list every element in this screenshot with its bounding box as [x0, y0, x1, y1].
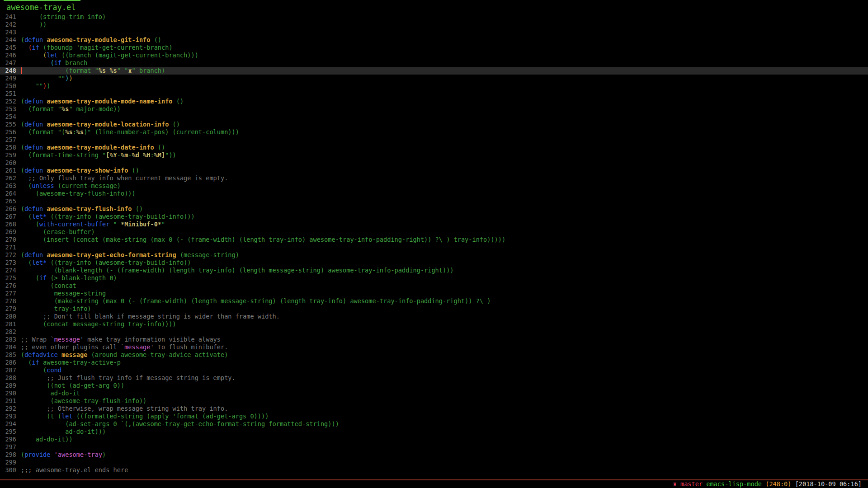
code-line[interactable]: 280 ;; Don't fill blank if message strin…: [0, 313, 868, 320]
line-number: 241: [0, 13, 16, 21]
editor-buffer[interactable]: 241 (string-trim info)242 ))243244(defun…: [0, 13, 868, 474]
code-text: ;; Only flush tray info when current mes…: [21, 174, 228, 182]
code-line[interactable]: 295 ad-do-it))): [0, 428, 868, 436]
code-line[interactable]: 258(defun awesome-tray-module-date-info …: [0, 144, 868, 151]
code-text: (defun awesome-tray-get-echo-format-stri…: [21, 251, 239, 259]
line-number: 296: [0, 436, 16, 443]
code-line[interactable]: 265: [0, 197, 868, 205]
line-number: 256: [0, 128, 16, 136]
code-line[interactable]: 299: [0, 459, 868, 466]
code-line[interactable]: 284;; even other plugins call `message' …: [0, 343, 868, 351]
code-line[interactable]: 272(defun awesome-tray-get-echo-format-s…: [0, 251, 868, 259]
buffer-tab[interactable]: awesome-tray.el: [4, 0, 80, 12]
code-line[interactable]: 294 (ad-set-args 0 `(,(awesome-tray-get-…: [0, 420, 868, 428]
line-number: 299: [0, 459, 16, 466]
tab-bar: awesome-tray.el: [0, 0, 868, 13]
code-text: tray-info): [21, 305, 91, 313]
code-line[interactable]: 244(defun awesome-tray-module-git-info (…: [0, 36, 868, 44]
code-line[interactable]: 245 (if (fboundp 'magit-get-current-bran…: [0, 44, 868, 52]
code-line[interactable]: 241 (string-trim info): [0, 13, 868, 21]
code-line[interactable]: 279 tray-info): [0, 305, 868, 313]
line-number: 282: [0, 328, 16, 336]
code-line[interactable]: 242 )): [0, 21, 868, 28]
code-line[interactable]: 250 "")): [0, 82, 868, 90]
code-line[interactable]: 248 (format "%s %s" "♜" branch): [0, 67, 868, 75]
line-number: 253: [0, 105, 16, 113]
code-line[interactable]: 263 (unless (current-message): [0, 182, 868, 190]
code-line[interactable]: 282: [0, 328, 868, 336]
code-line[interactable]: 292 ;; Otherwise, wrap message string wi…: [0, 405, 868, 413]
code-text: ad-do-it)): [21, 436, 73, 443]
code-text: (erase-buffer): [21, 228, 95, 236]
code-line[interactable]: 247 (if branch: [0, 59, 868, 67]
line-number: 283: [0, 336, 16, 343]
code-line[interactable]: 249 "")): [0, 75, 868, 82]
code-line[interactable]: 260: [0, 159, 868, 167]
tray-git-branch: ♜ master: [673, 480, 703, 488]
line-number: 298: [0, 451, 16, 459]
code-text: ;; Otherwise, wrap message string with t…: [21, 405, 228, 413]
code-line[interactable]: 266(defun awesome-tray-flush-info (): [0, 205, 868, 213]
line-number: 257: [0, 136, 16, 144]
code-line[interactable]: 275 (if (> blank-length 0): [0, 274, 868, 282]
code-line[interactable]: 246 (let ((branch (magit-get-current-bra…: [0, 52, 868, 59]
code-line[interactable]: 290 ad-do-it: [0, 389, 868, 397]
line-number: 242: [0, 21, 16, 28]
code-line[interactable]: 254: [0, 113, 868, 121]
code-line[interactable]: 276 (concat: [0, 282, 868, 290]
code-line[interactable]: 288 ;; Just flush tray info if message s…: [0, 374, 868, 382]
code-line[interactable]: 287 (cond: [0, 366, 868, 374]
code-line[interactable]: 257: [0, 136, 868, 144]
echo-area[interactable]: ♜ master emacs-lisp-mode (248:0) [2018-1…: [0, 480, 868, 488]
code-line[interactable]: 289 ((not (ad-get-arg 0)): [0, 382, 868, 389]
code-line[interactable]: 273 (let* ((tray-info (awesome-tray-buil…: [0, 259, 868, 267]
code-line[interactable]: 285(defadvice message (around awesome-tr…: [0, 351, 868, 359]
code-line[interactable]: 271: [0, 244, 868, 251]
code-text: )): [21, 21, 47, 28]
line-number: 264: [0, 190, 16, 197]
code-text: ;; Wrap `message' make tray information …: [21, 336, 221, 343]
line-number: 300: [0, 466, 16, 474]
code-line[interactable]: 256 (format "(%s:%s)" (line-number-at-po…: [0, 128, 868, 136]
code-line[interactable]: 252(defun awesome-tray-module-mode-name-…: [0, 98, 868, 105]
code-line[interactable]: 298(provide 'awesome-tray): [0, 451, 868, 459]
code-line[interactable]: 259 (format-time-string "[%Y-%m-%d %H:%M…: [0, 151, 868, 159]
code-line[interactable]: 243: [0, 28, 868, 36]
code-line[interactable]: 281 (concat message-string tray-info)))): [0, 320, 868, 328]
code-line[interactable]: 262 ;; Only flush tray info when current…: [0, 174, 868, 182]
line-number: 262: [0, 174, 16, 182]
code-line[interactable]: 264 (awesome-tray-flush-info))): [0, 190, 868, 197]
code-line[interactable]: 261(defun awesome-tray-show-info (): [0, 167, 868, 174]
code-line[interactable]: 270 (insert (concat (make-string (max 0 …: [0, 236, 868, 244]
code-line[interactable]: 269 (erase-buffer): [0, 228, 868, 236]
code-line[interactable]: 291 (awesome-tray-flush-info)): [0, 397, 868, 405]
code-text: (defun awesome-tray-module-location-info…: [21, 121, 180, 128]
line-number: 250: [0, 82, 16, 90]
code-line[interactable]: 253 (format "%s" major-mode)): [0, 105, 868, 113]
code-line[interactable]: 286 (if awesome-tray-active-p: [0, 359, 868, 366]
text-cursor: [21, 67, 22, 74]
code-text: (unless (current-message): [21, 182, 121, 190]
code-line[interactable]: 274 (blank-length (- (frame-width) (leng…: [0, 267, 868, 274]
code-text: ;; Just flush tray info if message strin…: [21, 374, 236, 382]
tray-cursor-position: (248:0): [762, 480, 791, 488]
code-text: (if branch: [21, 59, 87, 67]
code-line[interactable]: 278 (make-string (max 0 (- (frame-width)…: [0, 297, 868, 305]
code-line[interactable]: 251: [0, 90, 868, 98]
code-text: (cond: [21, 366, 61, 374]
code-line[interactable]: 268 (with-current-buffer " *Minibuf-0*": [0, 221, 868, 228]
code-line[interactable]: 297: [0, 443, 868, 451]
line-number: 284: [0, 343, 16, 351]
code-line[interactable]: 283;; Wrap `message' make tray informati…: [0, 336, 868, 343]
line-number: 278: [0, 297, 16, 305]
code-line[interactable]: 255(defun awesome-tray-module-location-i…: [0, 121, 868, 128]
code-line[interactable]: 300;;; awesome-tray.el ends here: [0, 466, 868, 474]
code-line[interactable]: 267 (let* ((tray-info (awesome-tray-buil…: [0, 213, 868, 221]
line-number: 294: [0, 420, 16, 428]
code-text: (defun awesome-tray-show-info (): [21, 167, 139, 174]
code-line[interactable]: 277 message-string: [0, 290, 868, 297]
code-line[interactable]: 296 ad-do-it)): [0, 436, 868, 443]
code-line[interactable]: 293 (t (let ((formatted-string (apply 'f…: [0, 413, 868, 420]
line-number: 287: [0, 366, 16, 374]
code-text: (with-current-buffer " *Minibuf-0*": [21, 221, 165, 228]
